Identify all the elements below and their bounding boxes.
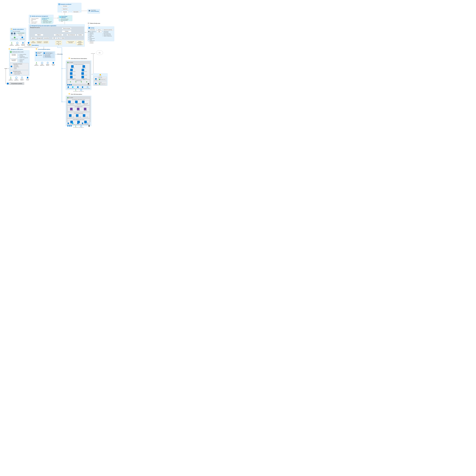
network-icon <box>87 86 88 88</box>
enterprise-title-text: Enterprise enrollment <box>60 4 71 5</box>
svg-marker-70 <box>17 42 18 44</box>
svg-point-116 <box>87 123 88 124</box>
corp-node: Corp <box>57 37 60 39</box>
vm-icon: ▢ <box>71 65 74 68</box>
people-icon <box>87 22 89 24</box>
svg-point-53 <box>89 23 89 23</box>
keyvault-box: Azure Key Vault <box>16 32 25 34</box>
diagram-canvas: Enterprise enrollment Enrollment Departm… <box>2 2 116 129</box>
svg-rect-106 <box>95 78 97 80</box>
svg-marker-90 <box>41 62 43 64</box>
identity-sub-title: Identity subscriptions <box>11 29 25 30</box>
svg-point-80 <box>10 77 11 78</box>
network-icon <box>22 42 24 44</box>
svg-rect-66 <box>14 33 16 34</box>
gear-icon <box>10 65 13 68</box>
user-icon <box>75 125 77 127</box>
svg-rect-62 <box>12 29 12 29</box>
policy-icon <box>80 125 82 127</box>
mgmt-sub-node: Management subscription <box>36 41 42 44</box>
svg-point-54 <box>88 27 90 29</box>
defender-icon <box>68 122 69 124</box>
pe-icon <box>81 81 82 83</box>
shield-icon <box>27 77 29 79</box>
shield-icon <box>52 62 54 64</box>
svg-point-61 <box>11 29 12 29</box>
enterprise-enrollment-panel: Enterprise enrollment Enrollment Departm… <box>58 3 81 12</box>
policy-icon <box>80 89 82 91</box>
identity-sub-panel: Identity subscriptions Resource group(s)… <box>10 28 26 41</box>
vm-icon: ▢ <box>76 114 78 117</box>
diamond-icon <box>59 16 61 18</box>
tenant-root-node: Tenant root group <box>62 28 71 29</box>
vm-icon: ▢ <box>82 69 84 71</box>
vm-icon: ▢ <box>70 108 72 110</box>
vm-icon: ▢ <box>83 65 85 68</box>
shield-icon <box>28 42 30 44</box>
globe-icon <box>44 52 45 54</box>
svg-point-57 <box>30 25 31 26</box>
onprem-ad-panel: On-premises Active Directory <box>87 9 100 14</box>
keyvault-icon <box>100 74 101 75</box>
mgmt-sub-panel: Dashboards (Azure portal) Automation acc… <box>9 50 30 76</box>
svg-rect-40 <box>59 3 59 4</box>
mgmt-node: Management <box>36 37 42 39</box>
building-icon <box>7 83 9 85</box>
svg-point-105 <box>100 74 101 75</box>
subset-label: Subset <box>4 68 7 69</box>
sap-node: SAP <box>52 37 56 39</box>
svg-rect-109 <box>99 83 100 85</box>
svg-point-96 <box>75 81 76 82</box>
aad-list: Service principal(s) Security group(s) U… <box>61 18 71 22</box>
https-label: HTTPS 443 <box>91 53 95 54</box>
boards-box: Boards <box>97 29 102 31</box>
rg-label: Resource group(s) <box>11 31 25 32</box>
pe-icon <box>75 81 76 83</box>
citrix-shared-footer-icons: Defender Recovery Services Azure Monitor… <box>67 86 90 92</box>
aad-title: Azure Active Directory <box>59 16 71 18</box>
server-icon <box>14 32 16 34</box>
svg-rect-47 <box>60 5 60 5</box>
nsg-icon <box>67 84 68 85</box>
key-icon <box>11 29 12 30</box>
bastion-icon <box>88 83 89 85</box>
svg-point-95 <box>70 81 71 82</box>
vm-icon: ▢ <box>70 72 72 75</box>
dashboards-label: Dashboards (Azure portal) <box>10 51 29 53</box>
network-icon <box>47 62 49 64</box>
svg-marker-118 <box>80 125 82 127</box>
vm-icon: ▢ <box>69 114 71 117</box>
nsg-icon <box>70 84 72 85</box>
svg-point-78 <box>11 66 12 67</box>
citrix-shared-title: Citrix Shared Service Subscriptions <box>68 58 87 60</box>
dashboard-icon <box>10 51 12 53</box>
monitor-icon <box>77 86 79 88</box>
vnet-icon <box>67 97 68 98</box>
vm-icon: ▢ <box>70 69 73 71</box>
svg-rect-107 <box>99 79 100 80</box>
fileshare-icon <box>95 78 97 80</box>
svg-rect-65 <box>11 33 13 34</box>
enterprise-enrollment-title: Enterprise enrollment <box>58 3 81 5</box>
pipeline-box: Deployment pipeline(s) <box>102 29 113 31</box>
sandbox-node: Sandbox <box>77 34 83 36</box>
svg-point-82 <box>21 77 23 78</box>
user-icon <box>35 62 37 64</box>
svg-rect-99 <box>88 83 89 84</box>
mg-inner-title: Management group <box>30 27 84 29</box>
vm-icon: ▢ <box>82 76 84 78</box>
conn-node: Connectivity <box>43 37 49 39</box>
person-icon <box>30 16 31 17</box>
policy-icon <box>16 77 17 79</box>
svg-rect-49 <box>89 10 90 11</box>
devops-panel: DevOps Git Repository Role definitions P… <box>87 26 114 41</box>
user-icon <box>75 89 77 91</box>
recovery-icon <box>72 86 74 88</box>
conn-sub-node: Connectivity subscription <box>43 41 49 44</box>
svg-rect-77 <box>10 52 12 53</box>
server-icon <box>11 32 13 34</box>
svg-text:DNS: DNS <box>36 55 37 56</box>
pe-icon <box>86 81 87 83</box>
svg-rect-42 <box>58 4 59 4</box>
svg-rect-74 <box>10 49 10 49</box>
